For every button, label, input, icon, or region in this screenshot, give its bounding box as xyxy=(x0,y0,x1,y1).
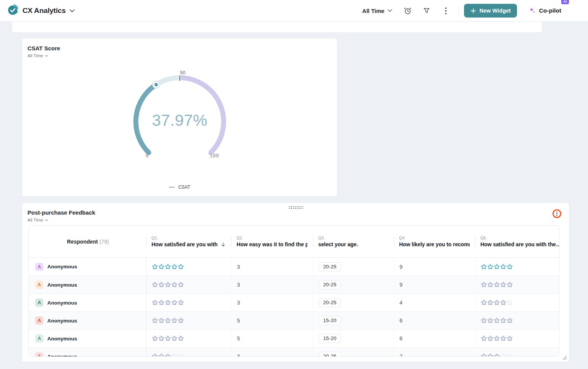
table-row[interactable]: AAnonymous320-259 xyxy=(29,258,559,276)
star-icon xyxy=(487,318,493,324)
q1-rating-cell xyxy=(146,258,231,276)
star-rating xyxy=(152,318,184,324)
star-rating xyxy=(481,353,513,357)
star-icon xyxy=(500,335,506,342)
q2-answer-cell: 5 xyxy=(231,330,313,347)
answer-value: 7 xyxy=(400,353,403,357)
copilot-button[interactable]: Co-pilot AI xyxy=(528,7,561,14)
star-icon xyxy=(494,318,500,324)
respondent-cell: AAnonymous xyxy=(29,258,146,276)
star-icon xyxy=(158,318,164,324)
sort-descending-icon[interactable] xyxy=(221,242,226,247)
app-title: CX Analytics xyxy=(23,6,66,15)
star-rating xyxy=(481,318,513,324)
star-icon xyxy=(152,335,158,342)
chevron-down-icon xyxy=(45,219,48,221)
answer-value: 6 xyxy=(400,318,403,324)
table-row[interactable]: AAnonymous515-206 xyxy=(29,311,559,329)
feedback-table-body: AAnonymous320-259AAnonymous320-259AAnony… xyxy=(29,258,559,357)
page: CX Analytics All Time xyxy=(0,0,588,369)
column-header-q6[interactable]: Q6. How satisfied are you with the… xyxy=(475,226,559,257)
app-brand[interactable]: CX Analytics xyxy=(7,4,75,18)
q3-answer-cell: 15-20 xyxy=(313,330,394,347)
ai-badge: AI xyxy=(561,0,569,4)
star-icon xyxy=(165,318,171,324)
svg-text:37.97%: 37.97% xyxy=(152,111,207,129)
star-icon xyxy=(178,353,184,357)
star-icon xyxy=(158,353,164,357)
q2-answer-cell: 5 xyxy=(231,312,313,329)
star-icon xyxy=(507,335,513,342)
star-icon xyxy=(500,318,506,324)
csat-widget: CSAT Score All Time 50010037.97% CSAT xyxy=(22,38,337,197)
star-icon xyxy=(507,264,513,270)
q1-rating-cell xyxy=(146,276,231,294)
q6-rating-cell xyxy=(475,312,559,329)
avatar: A xyxy=(35,334,43,343)
gauge-legend-item[interactable]: CSAT xyxy=(22,184,337,190)
chevron-down-icon xyxy=(388,9,392,12)
respondent-name: Anonymous xyxy=(47,264,77,270)
partial-widget-above xyxy=(12,22,542,33)
age-chip: 15-20 xyxy=(319,316,341,325)
cx-analytics-logo-icon xyxy=(7,4,19,18)
funnel-filter-icon[interactable] xyxy=(422,6,431,15)
respondent-name: Anonymous xyxy=(47,300,77,306)
q3-answer-cell: 20-25 xyxy=(313,294,394,311)
column-header-q2[interactable]: Q2. How easy was it to find the pr… xyxy=(231,226,313,257)
star-icon xyxy=(171,353,177,357)
answer-value: 4 xyxy=(400,300,403,306)
star-icon xyxy=(165,335,171,342)
top-bar-actions: All Time xyxy=(362,4,561,18)
star-icon xyxy=(171,335,177,342)
column-header-respondent[interactable]: Respondent(79) xyxy=(29,226,146,257)
column-header-q1[interactable]: Q1. How satisfied are you with … xyxy=(146,226,231,257)
respondent-cell: AAnonymous xyxy=(29,312,146,329)
column-header-q3[interactable]: Q3. select your age. xyxy=(313,226,394,257)
q1-rating-cell xyxy=(146,294,231,311)
respondent-name: Anonymous xyxy=(47,282,77,288)
star-rating xyxy=(481,335,513,342)
table-row[interactable]: AAnonymous320-257 xyxy=(29,347,559,357)
q2-answer-cell: 3 xyxy=(231,258,313,276)
table-row[interactable]: AAnonymous320-254 xyxy=(29,294,559,311)
feedback-time-filter[interactable]: All Time xyxy=(27,218,48,222)
star-icon xyxy=(494,335,500,342)
q4-answer-cell: 9 xyxy=(394,276,475,294)
q4-answer-cell: 7 xyxy=(394,348,475,357)
kebab-menu-icon[interactable] xyxy=(441,6,450,15)
star-icon xyxy=(178,264,184,270)
q1-rating-cell xyxy=(146,330,231,347)
csat-time-filter[interactable]: All Time xyxy=(27,53,48,58)
q4-answer-cell: 6 xyxy=(394,330,475,347)
star-icon xyxy=(158,282,164,288)
star-icon xyxy=(481,264,487,270)
star-icon xyxy=(494,264,500,270)
widget-menu-button[interactable] xyxy=(553,209,561,218)
avatar: A xyxy=(35,352,43,357)
feedback-table: Respondent(79) Q1. How satisfied are you… xyxy=(28,225,559,357)
star-icon xyxy=(178,300,184,306)
age-chip: 20-25 xyxy=(319,280,341,289)
star-rating xyxy=(481,300,513,306)
column-header-q4[interactable]: Q4. How likely are you to recomm… xyxy=(394,226,475,257)
star-icon xyxy=(165,353,171,357)
star-icon xyxy=(158,335,164,342)
app-switcher-chevron-icon[interactable] xyxy=(69,7,75,14)
widget-resize-handle-icon[interactable] xyxy=(561,355,567,360)
table-row[interactable]: AAnonymous320-259 xyxy=(29,276,559,294)
star-rating xyxy=(481,282,513,288)
respondent-cell: AAnonymous xyxy=(29,276,146,294)
answer-value: 3 xyxy=(237,264,240,270)
table-row[interactable]: AAnonymous515-206 xyxy=(29,329,559,347)
csat-widget-title: CSAT Score xyxy=(27,45,60,51)
alarm-clock-icon[interactable] xyxy=(403,6,412,15)
global-time-filter[interactable]: All Time xyxy=(362,8,392,14)
new-widget-button[interactable]: New Widget xyxy=(464,4,517,18)
star-icon xyxy=(481,282,487,288)
feedback-table-header: Respondent(79) Q1. How satisfied are you… xyxy=(29,226,559,258)
q6-rating-cell xyxy=(475,330,559,347)
answer-value: 5 xyxy=(237,335,240,342)
star-icon xyxy=(152,282,158,288)
widget-drag-handle-icon[interactable] xyxy=(288,205,303,209)
